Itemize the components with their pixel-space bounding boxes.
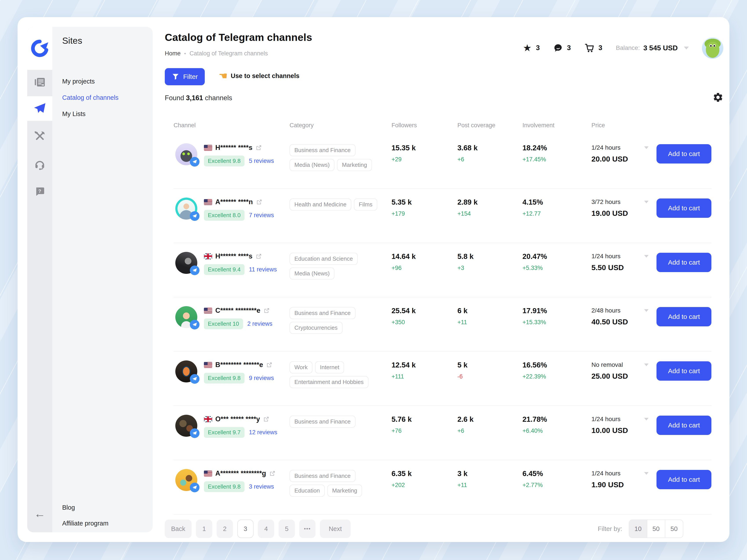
category-tag[interactable]: Cryptocurrencies bbox=[289, 322, 342, 334]
external-link-icon[interactable] bbox=[269, 470, 276, 477]
category-tag[interactable]: Health and Medicine bbox=[289, 199, 351, 210]
channel-name[interactable]: H****** ****s bbox=[215, 144, 253, 152]
sidebar-item-blog[interactable]: Blog bbox=[62, 504, 108, 511]
user-avatar[interactable] bbox=[702, 37, 723, 59]
pagination-page-1[interactable]: 1 bbox=[196, 519, 212, 538]
caret-down-icon[interactable] bbox=[644, 255, 649, 258]
page-size-option-10[interactable]: 10 bbox=[629, 520, 647, 538]
price-term-select[interactable]: No removal bbox=[591, 361, 623, 368]
add-to-cart-button[interactable]: Add to cart bbox=[656, 307, 712, 326]
price-term-select[interactable]: 1/24 hours bbox=[591, 144, 620, 151]
breadcrumb-home-link[interactable]: Home bbox=[165, 50, 181, 57]
breadcrumb-separator: • bbox=[184, 51, 186, 57]
news-feed-icon bbox=[34, 76, 46, 88]
add-to-cart-button[interactable]: Add to cart bbox=[656, 199, 712, 218]
external-link-icon[interactable] bbox=[256, 145, 262, 151]
column-followers: Followers bbox=[391, 122, 458, 129]
reviews-link[interactable]: 7 reviews bbox=[249, 212, 274, 219]
category-tag[interactable]: Marketing bbox=[337, 159, 372, 171]
balance-caret-icon[interactable] bbox=[684, 47, 689, 49]
app-logo[interactable] bbox=[27, 27, 52, 70]
add-to-cart-button[interactable]: Add to cart bbox=[656, 470, 712, 489]
caret-down-icon[interactable] bbox=[644, 472, 649, 475]
category-tag[interactable]: Media (News) bbox=[289, 159, 334, 171]
collapse-sidebar-button[interactable]: ← bbox=[27, 504, 52, 524]
pagination-page-2[interactable]: 2 bbox=[216, 519, 233, 538]
channel-name[interactable]: A****** ****n bbox=[215, 198, 253, 206]
reviews-link[interactable]: 11 reviews bbox=[249, 266, 277, 273]
reviews-link[interactable]: 2 reviews bbox=[248, 321, 273, 327]
cart-button[interactable]: 3 bbox=[585, 43, 602, 53]
sidebar-item-my-lists[interactable]: My Lists bbox=[62, 110, 119, 117]
channel-name[interactable]: O*** ***** ****y bbox=[215, 415, 260, 423]
favorites-button[interactable]: ★ 3 bbox=[523, 43, 540, 53]
page-size-option-50b[interactable]: 50 bbox=[665, 520, 683, 538]
category-tag[interactable]: Education bbox=[289, 485, 325, 497]
sidebar-item-catalog-of-channels[interactable]: Catalog of channels bbox=[62, 94, 119, 101]
add-to-cart-button[interactable]: Add to cart bbox=[656, 144, 712, 163]
category-tag[interactable]: Media (News) bbox=[289, 268, 334, 280]
external-link-icon[interactable] bbox=[266, 361, 273, 368]
sidebar-item-faq[interactable]: ? bbox=[27, 179, 52, 204]
telegram-badge-icon bbox=[190, 483, 200, 492]
followers-value: 5.76 k bbox=[391, 415, 458, 424]
caret-down-icon[interactable] bbox=[644, 146, 649, 149]
pagination-page-3-active[interactable]: 3 bbox=[237, 519, 254, 538]
channel-name[interactable]: B******** ******e bbox=[215, 361, 263, 369]
reviews-link[interactable]: 9 reviews bbox=[249, 375, 274, 382]
price-term-select[interactable]: 1/24 hours bbox=[591, 470, 620, 477]
category-tag[interactable]: Education and Science bbox=[289, 253, 358, 265]
pagination-back-button[interactable]: Back bbox=[165, 519, 191, 538]
category-tag[interactable]: Business and Finance bbox=[289, 470, 356, 482]
reviews-link[interactable]: 12 reviews bbox=[249, 429, 277, 436]
country-flag-icon bbox=[204, 470, 212, 477]
add-to-cart-button[interactable]: Add to cart bbox=[656, 253, 712, 272]
sidebar-item-my-projects[interactable]: My projects bbox=[62, 78, 119, 85]
reviews-link[interactable]: 5 reviews bbox=[249, 158, 274, 164]
price-term-select[interactable]: 1/24 hours bbox=[591, 415, 620, 423]
category-tag[interactable]: Films bbox=[354, 199, 377, 210]
caret-down-icon[interactable] bbox=[644, 201, 649, 203]
pagination-page-5[interactable]: 5 bbox=[279, 519, 295, 538]
category-tag[interactable]: Marketing bbox=[327, 485, 362, 497]
category-tag[interactable]: Business and Finance bbox=[289, 415, 356, 428]
messages-button[interactable]: 3 bbox=[553, 43, 571, 53]
caret-down-icon[interactable] bbox=[644, 363, 649, 366]
filter-button[interactable]: Filter bbox=[165, 68, 205, 85]
external-link-icon[interactable] bbox=[263, 307, 270, 314]
sidebar-item-affiliate-program[interactable]: Affiliate program bbox=[62, 520, 108, 527]
category-tag[interactable]: Internet bbox=[315, 361, 344, 374]
caret-down-icon[interactable] bbox=[644, 418, 649, 421]
channel-name[interactable]: C***** ********e bbox=[215, 307, 260, 314]
balance-value[interactable]: 3 545 USD bbox=[643, 44, 678, 52]
svg-text:?: ? bbox=[38, 188, 41, 194]
category-tag[interactable]: Entertainment and Hobbies bbox=[289, 376, 368, 388]
add-to-cart-button[interactable]: Add to cart bbox=[656, 415, 712, 435]
external-link-icon[interactable] bbox=[256, 253, 262, 259]
pagination-page-4[interactable]: 4 bbox=[258, 519, 274, 538]
price-term-select[interactable]: 2/48 hours bbox=[591, 307, 620, 314]
external-link-icon[interactable] bbox=[263, 416, 269, 423]
sidebar-item-support[interactable] bbox=[27, 152, 52, 177]
external-link-icon[interactable] bbox=[256, 199, 262, 205]
sidebar-item-channels[interactable] bbox=[27, 96, 52, 121]
channel-name[interactable]: A******* ********g bbox=[215, 469, 266, 477]
table-settings-gear-icon[interactable] bbox=[713, 92, 723, 103]
category-tag[interactable]: Work bbox=[289, 361, 312, 374]
coverage-delta: -6 bbox=[458, 373, 522, 380]
sidebar-item-projects[interactable] bbox=[27, 70, 52, 95]
caret-down-icon[interactable] bbox=[644, 309, 649, 312]
sidebar-item-tools[interactable] bbox=[27, 124, 52, 148]
table-row: A******* ********g Excellent 9.8 3 revie… bbox=[174, 460, 712, 514]
pagination-next-button[interactable]: Next bbox=[320, 519, 351, 538]
price-term-select[interactable]: 1/24 hours bbox=[591, 253, 620, 260]
coverage-value: 6 k bbox=[458, 307, 522, 315]
price-term-select[interactable]: 3/72 hours bbox=[591, 199, 620, 205]
category-tag[interactable]: Business and Finance bbox=[289, 144, 356, 156]
page-size-option-50[interactable]: 50 bbox=[647, 520, 665, 538]
channel-name[interactable]: H****** ****s bbox=[215, 252, 253, 260]
category-tag[interactable]: Business and Finance bbox=[289, 307, 356, 319]
reviews-link[interactable]: 3 reviews bbox=[249, 483, 274, 490]
pagination-ellipsis[interactable]: ••• bbox=[299, 519, 315, 538]
add-to-cart-button[interactable]: Add to cart bbox=[656, 361, 712, 381]
